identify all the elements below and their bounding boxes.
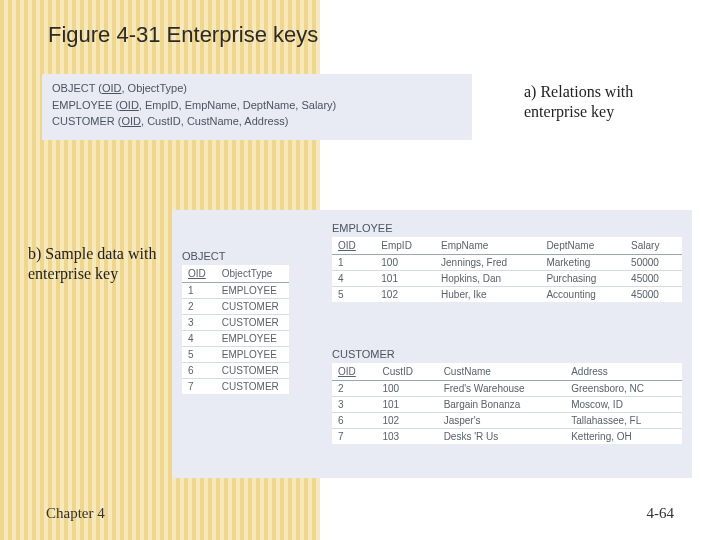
customer-table: OID CustID CustName Address 2100Fred's W… — [332, 363, 682, 444]
object-table: OID ObjectType 1EMPLOYEE 2CUSTOMER 3CUST… — [182, 265, 289, 394]
table-row: 3CUSTOMER — [182, 315, 289, 331]
employee-table: OID EmpID EmpName DeptName Salary 1100Je… — [332, 237, 682, 302]
table-row: 3101Bargain BonanzaMoscow, ID — [332, 397, 682, 413]
table-row: 2100Fred's WarehouseGreensboro, NC — [332, 381, 682, 397]
table-row: 4101Hopkins, DanPurchasing45000 — [332, 271, 682, 287]
relation-object: OBJECT (OID, ObjectType) — [52, 80, 462, 97]
table-row: 7CUSTOMER — [182, 379, 289, 395]
customer-table-name: CUSTOMER — [332, 348, 682, 360]
table-row: 4EMPLOYEE — [182, 331, 289, 347]
table-header-row: OID EmpID EmpName DeptName Salary — [332, 237, 682, 255]
caption-a: a) Relations with enterprise key — [524, 82, 684, 122]
relation-employee: EMPLOYEE (OID, EmpID, EmpName, DeptName,… — [52, 97, 462, 114]
table-row: 1EMPLOYEE — [182, 283, 289, 299]
customer-table-wrap: CUSTOMER OID CustID CustName Address 210… — [332, 348, 682, 444]
table-row: 6CUSTOMER — [182, 363, 289, 379]
table-row: 5102Huber, IkeAccounting45000 — [332, 287, 682, 303]
table-header-row: OID CustID CustName Address — [332, 363, 682, 381]
table-row: 1100Jennings, FredMarketing50000 — [332, 255, 682, 271]
object-table-name: OBJECT — [182, 250, 289, 262]
relations-panel: OBJECT (OID, ObjectType) EMPLOYEE (OID, … — [42, 74, 472, 140]
employee-table-wrap: EMPLOYEE OID EmpID EmpName DeptName Sala… — [332, 222, 682, 302]
footer-chapter: Chapter 4 — [46, 505, 105, 522]
table-row: 7103Desks 'R UsKettering, OH — [332, 429, 682, 445]
employee-table-name: EMPLOYEE — [332, 222, 682, 234]
figure-title: Figure 4-31 Enterprise keys — [48, 22, 318, 48]
object-table-wrap: OBJECT OID ObjectType 1EMPLOYEE 2CUSTOME… — [182, 250, 289, 394]
table-row: 2CUSTOMER — [182, 299, 289, 315]
table-header-row: OID ObjectType — [182, 265, 289, 283]
relation-customer: CUSTOMER (OID, CustID, CustName, Address… — [52, 113, 462, 130]
table-row: 5EMPLOYEE — [182, 347, 289, 363]
sample-data-panel: OBJECT OID ObjectType 1EMPLOYEE 2CUSTOME… — [172, 210, 692, 478]
caption-b: b) Sample data with enterprise key — [28, 244, 158, 284]
footer-page-number: 4-64 — [647, 505, 675, 522]
table-row: 6102Jasper'sTallahassee, FL — [332, 413, 682, 429]
